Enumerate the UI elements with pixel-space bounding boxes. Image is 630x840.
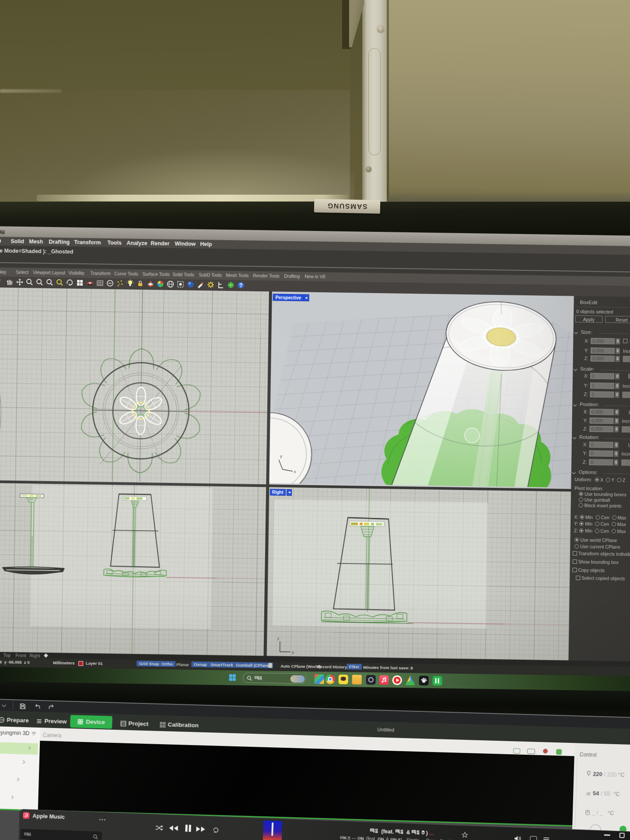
svg-text:?: ?: [239, 282, 243, 288]
svg-text:y: y: [280, 454, 282, 458]
svg-text:x: x: [294, 469, 296, 474]
svg-text:y: y: [292, 650, 294, 654]
svg-text:z: z: [277, 637, 280, 641]
